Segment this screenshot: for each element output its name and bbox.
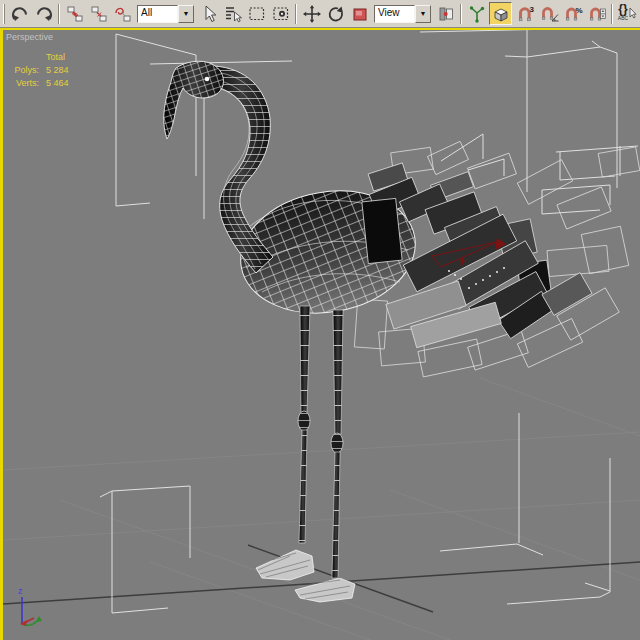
rectangular-selection-region-icon [247, 4, 267, 24]
viewport-label[interactable]: Perspective [6, 32, 53, 42]
redo-icon [34, 4, 54, 24]
flamingo-head[interactable] [164, 61, 224, 139]
statistics-overlay: Total Polys:5 284 Verts:5 464 [11, 51, 69, 90]
select-and-scale-button[interactable] [348, 2, 371, 25]
select-and-scale-icon [350, 4, 370, 24]
flamingo-eye [205, 77, 210, 82]
undo-icon [10, 4, 30, 24]
magnet-percent-snap-icon: % [563, 4, 583, 24]
select-and-manipulate-icon [467, 4, 487, 24]
axis-z-label: z [18, 586, 23, 596]
select-and-move-button[interactable] [300, 2, 323, 25]
stats-polys-value: 5 284 [46, 64, 69, 77]
toolbar-separator [58, 4, 60, 24]
select-and-rotate-icon [326, 4, 346, 24]
axis-y-arrow [36, 616, 42, 622]
select-by-name-icon [223, 4, 243, 24]
world-axis-tripod: z [18, 586, 42, 626]
helper-boxes[interactable] [100, 30, 638, 613]
toolbar-separator [460, 4, 462, 24]
toolbar-separator [295, 4, 297, 24]
selection-filter-select[interactable]: All ▼ [137, 5, 194, 23]
svg-text:%: % [575, 6, 582, 15]
spinner-snap-toggle-button[interactable] [585, 2, 608, 25]
select-and-link-button[interactable] [63, 2, 86, 25]
reference-coordinate-system-select[interactable]: View ▼ [374, 5, 431, 23]
use-pivot-point-center-button[interactable] [434, 2, 457, 25]
viewport-canvas[interactable]: z [3, 30, 640, 640]
app-window: All ▼ [0, 0, 640, 640]
feather-planes[interactable] [362, 163, 592, 348]
stats-total-label: Total [46, 51, 65, 64]
stats-polys-label: Polys: [11, 64, 39, 77]
window-crossing-toggle[interactable] [269, 2, 292, 25]
select-object-icon [199, 4, 219, 24]
unlink-selection-icon [89, 4, 109, 24]
selection-filter-value: All [137, 5, 178, 23]
perspective-viewport[interactable]: z Perspective Total Polys:5 284 Verts:5 … [0, 28, 640, 640]
flamingo-legs[interactable] [298, 306, 343, 578]
snap-toggle-3d-button[interactable]: 3 [513, 2, 536, 25]
chevron-down-icon[interactable]: ▼ [415, 5, 431, 23]
select-and-move-icon [302, 4, 322, 24]
use-pivot-point-center-icon [436, 4, 456, 24]
chevron-down-icon[interactable]: ▼ [178, 5, 194, 23]
snap-cube-icon [491, 4, 511, 24]
flamingo-feet[interactable] [256, 550, 355, 602]
percent-snap-toggle-button[interactable]: % [561, 2, 584, 25]
magnet-angle-snap-icon [539, 4, 559, 24]
cursor-arrow-icon [628, 8, 637, 20]
toolbar-separator [611, 4, 613, 24]
bind-to-space-warp-icon [113, 4, 133, 24]
svg-text:3: 3 [529, 5, 534, 14]
select-object-button[interactable] [197, 2, 220, 25]
select-and-link-icon [65, 4, 85, 24]
undo-button[interactable] [8, 2, 31, 25]
axis-x-arrow [20, 620, 27, 626]
edit-named-selection-sets-button[interactable]: {}ABC [616, 2, 639, 25]
redo-button[interactable] [32, 2, 55, 25]
select-and-rotate-button[interactable] [324, 2, 347, 25]
rectangular-selection-region-button[interactable] [245, 2, 268, 25]
bind-to-space-warp-button[interactable] [111, 2, 134, 25]
select-by-name-button[interactable] [221, 2, 244, 25]
unlink-selection-button[interactable] [87, 2, 110, 25]
magnet-3d-snap-icon: 3 [515, 4, 535, 24]
snaps-toggle-button[interactable] [489, 2, 512, 25]
magnet-spinner-snap-icon [587, 4, 607, 24]
main-toolbar: All ▼ [0, 0, 640, 28]
window-crossing-icon [271, 4, 291, 24]
stats-verts-label: Verts: [11, 77, 39, 90]
stats-verts-value: 5 464 [46, 77, 69, 90]
select-and-manipulate-button[interactable] [465, 2, 488, 25]
toolbar-drag-handle[interactable] [3, 4, 5, 24]
named-selection-sets-icon: {}ABC [618, 5, 628, 23]
angle-snap-toggle-button[interactable] [537, 2, 560, 25]
reference-coordinate-system-value: View [374, 5, 415, 23]
